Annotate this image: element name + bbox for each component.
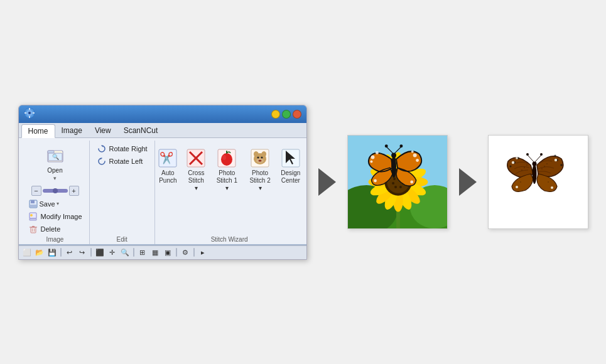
- cross-stitch-label: CrossStitch ▾: [187, 169, 205, 192]
- design-center-label: DesignCenter: [281, 169, 300, 185]
- rotate-left-button[interactable]: Rotate Left: [95, 156, 149, 167]
- svg-point-103: [526, 153, 529, 156]
- ribbon: 🔍 Open ▾ − +: [19, 138, 306, 245]
- toolbar-sep5: [193, 248, 195, 257]
- toolbar-view2[interactable]: ▣: [162, 247, 173, 258]
- menu-home[interactable]: Home: [21, 124, 55, 138]
- svg-point-108: [544, 166, 545, 167]
- photo-stitch-1-label: PhotoStitch 1 ▾: [215, 169, 239, 192]
- svg-point-39: [261, 156, 263, 158]
- toolbar-settings[interactable]: ⚙: [180, 247, 191, 258]
- photo-stitch-1-button[interactable]: PhotoStitch 1 ▾: [212, 146, 242, 195]
- cross-stitch-icon: [186, 148, 206, 168]
- toolbar-move[interactable]: ✛: [107, 247, 118, 258]
- modify-image-button[interactable]: Modify Image: [26, 211, 84, 222]
- toolbar-extra[interactable]: ▸: [197, 247, 208, 258]
- svg-rect-12: [31, 200, 35, 203]
- minimize-button[interactable]: [271, 110, 280, 119]
- edit-group-label: Edit: [116, 235, 127, 243]
- open-button[interactable]: 🔍 Open ▾: [41, 143, 69, 184]
- svg-point-94: [511, 161, 514, 164]
- toolbar-strip: ⬜ 📂 💾 ↩ ↪ ⬛ ✛ 🔍 ⊞ ▦ ▣ ⚙ ▸: [19, 245, 306, 259]
- svg-point-86: [399, 144, 403, 147]
- maximize-button[interactable]: [282, 110, 291, 119]
- svg-point-95: [516, 157, 518, 159]
- toolbar-view1[interactable]: ▦: [149, 247, 161, 258]
- rotate-right-icon: [97, 144, 107, 154]
- svg-point-105: [524, 167, 525, 168]
- zoom-slider[interactable]: [43, 189, 68, 193]
- ribbon-group-image: 🔍 Open ▾ − +: [21, 141, 90, 244]
- toolbar-redo[interactable]: ↪: [77, 247, 88, 258]
- svg-point-98: [551, 186, 553, 189]
- embroidered-butterfly-panel: [488, 135, 588, 229]
- svg-point-75: [370, 160, 372, 163]
- toolbar-save[interactable]: 💾: [46, 247, 58, 258]
- svg-point-2: [28, 112, 31, 114]
- menu-bar: Home Image View ScanNCut: [19, 123, 306, 138]
- svg-point-40: [259, 159, 262, 161]
- photo-stitch-1-icon: [217, 148, 237, 168]
- svg-point-74: [375, 151, 378, 154]
- svg-rect-32: [226, 151, 227, 154]
- svg-point-80: [410, 181, 413, 184]
- design-center-button[interactable]: DesignCenter: [278, 146, 303, 187]
- open-icon: 🔍: [45, 146, 65, 166]
- svg-point-72: [393, 178, 396, 180]
- window-controls: [271, 110, 301, 119]
- svg-point-31: [222, 155, 226, 160]
- rotate-right-label: Rotate Right: [109, 145, 148, 153]
- zoom-in-button[interactable]: +: [69, 186, 79, 196]
- software-window: Home Image View ScanNCut 🔍: [18, 105, 307, 260]
- auto-punch-button[interactable]: ✂️ AutoPunch: [155, 146, 181, 187]
- photo-stitch-2-label: PhotoStitch 2 ▾: [249, 169, 272, 192]
- open-label: Open: [47, 167, 62, 174]
- modify-label: Modify Image: [41, 213, 82, 220]
- zoom-out-button[interactable]: −: [31, 186, 41, 196]
- svg-text:✂️: ✂️: [160, 151, 174, 165]
- svg-point-104: [540, 153, 543, 156]
- svg-point-73: [371, 156, 374, 159]
- svg-point-76: [413, 154, 416, 158]
- cross-stitch-button[interactable]: CrossStitch ▾: [183, 146, 209, 195]
- toolbar-sep4: [176, 248, 177, 257]
- menu-view[interactable]: View: [89, 124, 117, 137]
- svg-point-106: [521, 169, 522, 171]
- toolbar-grid[interactable]: ⊞: [137, 247, 148, 258]
- svg-point-38: [257, 156, 259, 158]
- svg-point-107: [526, 164, 528, 166]
- delete-button[interactable]: Delete: [26, 223, 84, 235]
- svg-rect-19: [32, 226, 35, 227]
- svg-text:🔍: 🔍: [52, 153, 60, 161]
- svg-point-16: [30, 214, 33, 217]
- app-icon: [24, 107, 35, 121]
- toolbar-select[interactable]: ⬛: [94, 247, 106, 258]
- toolbar-zoom[interactable]: 🔍: [119, 247, 131, 258]
- svg-point-90: [509, 166, 511, 168]
- delete-icon: [28, 224, 38, 234]
- svg-point-109: [541, 168, 543, 169]
- svg-point-92: [560, 164, 563, 166]
- svg-point-111: [520, 181, 521, 183]
- butterfly-sunflower-panel: [347, 135, 448, 229]
- modify-icon: [28, 211, 38, 222]
- flow-arrow-2: [459, 168, 477, 196]
- svg-rect-17: [31, 227, 36, 233]
- design-center-icon: [281, 148, 301, 168]
- svg-rect-15: [30, 218, 36, 220]
- svg-point-71: [392, 182, 394, 185]
- photo-stitch-2-button[interactable]: PhotoStitch 2 ▾: [245, 146, 276, 195]
- rotate-right-button[interactable]: Rotate Right: [95, 143, 149, 154]
- menu-image[interactable]: Image: [55, 124, 89, 137]
- auto-punch-icon: ✂️: [158, 148, 178, 168]
- toolbar-undo[interactable]: ↩: [64, 247, 75, 258]
- svg-point-69: [399, 186, 401, 188]
- menu-scanNcut[interactable]: ScanNCut: [117, 124, 165, 137]
- close-button[interactable]: [293, 110, 301, 119]
- svg-point-79: [373, 179, 376, 183]
- save-button[interactable]: Save ▾: [26, 198, 84, 210]
- toolbar-open[interactable]: 📂: [34, 247, 45, 258]
- toolbar-new[interactable]: ⬜: [21, 247, 33, 258]
- ribbon-group-stitch-wizard: ✂️ AutoPunch: [155, 141, 304, 244]
- save-icon: [28, 199, 38, 209]
